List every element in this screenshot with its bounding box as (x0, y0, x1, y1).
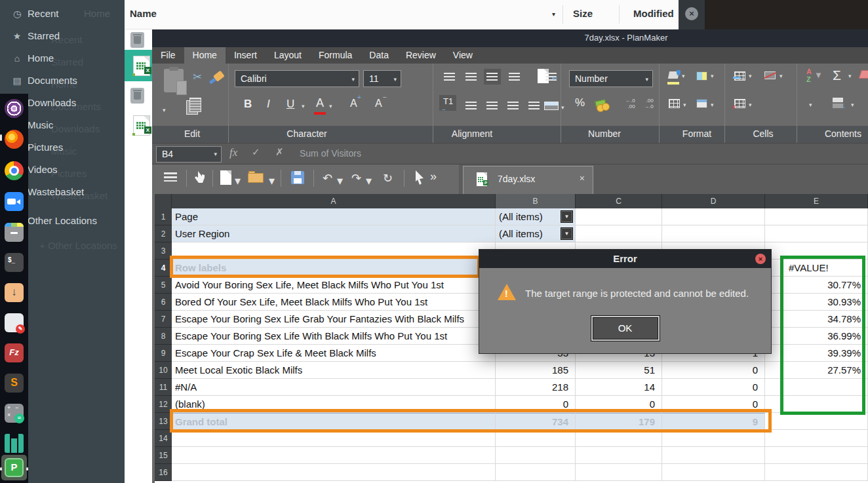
cell-E2[interactable] (765, 225, 868, 242)
cell-E14[interactable] (765, 430, 868, 447)
copy-icon[interactable] (186, 100, 198, 115)
manjaro-icon[interactable] (5, 434, 24, 453)
bold-button[interactable]: B (244, 98, 252, 111)
tab-view[interactable]: View (444, 47, 481, 64)
undo-dropdown-icon[interactable]: ▾ (337, 174, 343, 188)
firefox-icon[interactable] (5, 130, 24, 149)
planmaker-icon[interactable]: P (5, 458, 24, 477)
modified-column-header[interactable]: Modified (633, 8, 674, 19)
align-left-icon[interactable] (465, 102, 477, 110)
col-header-C[interactable]: C (576, 194, 662, 208)
grow-font-button[interactable]: A (350, 98, 357, 109)
text-orientation-button[interactable]: T1 → (439, 95, 456, 111)
cell-C16[interactable] (576, 464, 662, 481)
cell-B11[interactable]: 218 (496, 379, 576, 396)
cell-C10[interactable]: 51 (576, 362, 662, 379)
filter-dropdown-button[interactable]: ▼ (561, 227, 573, 240)
zoom-icon[interactable] (5, 192, 24, 211)
borders-icon[interactable] (669, 99, 680, 108)
filter-dropdown-button[interactable]: ▼ (561, 210, 573, 223)
paste-icon[interactable] (164, 69, 184, 92)
cell-E15[interactable] (765, 447, 868, 464)
delete-cells-icon[interactable] (734, 99, 745, 108)
document-tab[interactable]: P 7day.xlsx × (463, 166, 593, 194)
font-size-select[interactable]: 11▾ (363, 70, 401, 87)
select-cursor-icon[interactable] (414, 170, 425, 185)
save-icon[interactable] (291, 171, 304, 184)
repeat-icon[interactable]: ↻ (383, 171, 393, 185)
cell-B2[interactable]: (All items)▼ (496, 225, 576, 242)
number-format-select[interactable]: Number▾ (569, 70, 653, 87)
table-dropdown-icon[interactable]: ▾ (711, 102, 714, 108)
shrink-font-button[interactable]: A (375, 98, 382, 109)
format-as-table-icon[interactable] (696, 99, 707, 108)
align-top-icon[interactable] (444, 73, 455, 81)
add-decimal-button[interactable]: ←.0 .00 (625, 98, 635, 109)
fx-icon[interactable]: fx (229, 146, 237, 159)
col-header-A[interactable]: A (172, 194, 496, 208)
font-color-dropdown-icon[interactable]: ▾ (329, 103, 332, 109)
cell-B1[interactable]: (All items)▼ (496, 208, 576, 225)
tab-file[interactable]: File (152, 47, 184, 64)
tab-review[interactable]: Review (397, 47, 444, 64)
cell-A2[interactable]: User Region (172, 225, 496, 242)
new-document-icon[interactable] (220, 170, 231, 185)
cell-A16[interactable] (172, 464, 496, 481)
cut-icon[interactable]: ✂ (193, 70, 202, 84)
conditional-formatting-icon[interactable] (696, 71, 707, 81)
font-color-button[interactable]: A (316, 96, 324, 110)
tab-data[interactable]: Data (361, 47, 397, 64)
delete-dropdown-icon[interactable]: ▾ (749, 102, 752, 108)
format-painter-icon[interactable] (207, 69, 227, 88)
cell-A10[interactable]: Meet Local Exotic Black Milfs (172, 362, 496, 379)
fill-dropdown-icon[interactable]: ▾ (682, 73, 685, 79)
calculator-icon[interactable]: + − × = (5, 404, 24, 423)
cell-D15[interactable] (662, 447, 765, 464)
percent-button[interactable]: % (575, 96, 585, 109)
redo-dropdown-icon[interactable]: ▾ (366, 174, 372, 188)
cell-D1[interactable] (662, 208, 765, 225)
select-all-corner[interactable] (155, 194, 172, 208)
downloader-icon[interactable]: ↓ (5, 283, 24, 302)
close-tab-icon[interactable]: × (580, 173, 585, 184)
new-dropdown-icon[interactable]: ▾ (235, 174, 241, 188)
hamburger-menu-icon[interactable] (164, 172, 177, 182)
cell-D2[interactable] (662, 225, 765, 242)
cell-E1[interactable] (765, 208, 868, 225)
cell-D16[interactable] (662, 464, 765, 481)
tab-formula[interactable]: Formula (310, 47, 361, 64)
cell-C2[interactable] (576, 225, 662, 242)
align-bottom-active[interactable] (484, 69, 501, 85)
cell-D10[interactable]: 0 (662, 362, 765, 379)
font-name-select[interactable]: Calibri▾ (235, 70, 359, 87)
insert-cells-icon[interactable] (734, 71, 745, 81)
merge-cells-icon[interactable] (544, 102, 559, 110)
redo-icon[interactable]: ↷ (351, 171, 361, 185)
merge-dropdown-icon[interactable]: ▾ (561, 104, 564, 111)
cell-A8[interactable]: Escape Your Boring Sex Life With Black M… (172, 328, 496, 345)
xlsx-file-icon[interactable]: X (133, 115, 150, 136)
cell-A15[interactable] (172, 447, 496, 464)
deleted-file-icon[interactable] (130, 88, 144, 104)
archive-manager-icon[interactable] (5, 223, 24, 242)
contents-dropdown-icon[interactable]: ▾ (809, 102, 812, 108)
cell-D11[interactable]: 0 (662, 379, 765, 396)
name-column-header[interactable]: Name (130, 8, 157, 19)
formula-input[interactable]: Sum of Visitors (293, 144, 868, 164)
filezilla-icon[interactable]: Fz (5, 343, 24, 362)
chrome-icon[interactable] (5, 161, 24, 180)
paste-dropdown-icon[interactable]: ▾ (163, 107, 166, 113)
close-icon[interactable]: × (685, 7, 698, 20)
align-right-icon[interactable] (507, 102, 519, 110)
dialog-close-icon[interactable]: × (755, 254, 766, 264)
align-center-icon[interactable] (486, 102, 498, 110)
borders-dropdown-icon[interactable]: ▾ (683, 102, 686, 108)
cell-E13[interactable] (765, 413, 868, 430)
col-header-B[interactable]: B (496, 194, 576, 208)
align-middle-icon[interactable] (465, 73, 477, 81)
cell-A7[interactable]: Escape Your Boring Sex Life Grab Your Fa… (172, 311, 496, 328)
cell-E16[interactable] (765, 464, 868, 481)
remove-decimal-button[interactable]: .00 →.0 (644, 98, 654, 109)
cell-B16[interactable] (496, 464, 576, 481)
more-tools-icon[interactable]: » (430, 170, 437, 184)
